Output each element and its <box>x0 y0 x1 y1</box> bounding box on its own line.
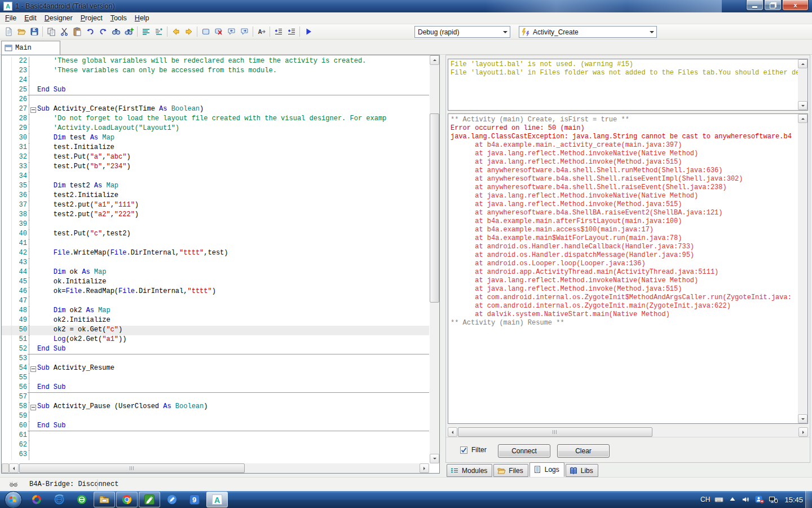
warnings-vertical-scrollbar[interactable] <box>798 59 807 110</box>
restore-button[interactable] <box>764 0 782 11</box>
tab-modules[interactable]: Modules <box>447 464 492 477</box>
code-line[interactable]: 42 File.WriteMap(File.DirInternal,"tttt"… <box>2 249 429 259</box>
find-button[interactable] <box>109 25 122 38</box>
code-line[interactable]: 31 test.Initialize <box>2 143 429 153</box>
code-line[interactable]: 26 <box>2 95 429 105</box>
browser-green-button[interactable] <box>71 492 92 507</box>
dropdown-button[interactable] <box>500 27 510 37</box>
redo-button[interactable] <box>96 25 109 38</box>
autocomplete-button[interactable]: A <box>255 25 268 38</box>
scroll-thumb[interactable] <box>19 463 245 473</box>
scroll-up-button[interactable] <box>798 114 807 123</box>
code-line[interactable]: 35 Dim test2 As Map <box>2 182 429 191</box>
scroll-left-button[interactable] <box>9 463 19 473</box>
code-line[interactable]: 57 <box>2 393 429 402</box>
code-line[interactable]: 53 <box>2 354 429 364</box>
indent-button[interactable] <box>285 25 298 38</box>
menu-file[interactable]: File <box>1 13 20 23</box>
code-line[interactable]: 38 test2.put("a2","222") <box>2 211 429 220</box>
code-line[interactable]: 55 <box>2 374 429 383</box>
messenger-icon[interactable] <box>755 495 764 504</box>
fold-collapse-icon[interactable] <box>30 107 36 113</box>
app-9-button[interactable]: 9 <box>184 492 205 507</box>
undo-button[interactable] <box>83 25 96 38</box>
scroll-thumb[interactable] <box>430 113 439 303</box>
paste-button[interactable] <box>70 25 83 38</box>
code-line[interactable]: 36 test2.Initialize <box>2 191 429 201</box>
editor-vertical-scrollbar[interactable] <box>430 55 439 463</box>
code-line[interactable]: 48 Dim ok2 As Map <box>2 306 429 316</box>
compiler-warnings-box[interactable]: File 'layout1.bal' is not used. (warning… <box>448 59 808 111</box>
code-line[interactable]: 43 <box>2 259 429 268</box>
notepad-green-button[interactable] <box>139 492 160 507</box>
network-icon[interactable] <box>769 495 778 504</box>
tab-main[interactable]: Main <box>1 41 60 55</box>
code-line[interactable]: 37 test2.put("a1","111") <box>2 201 429 211</box>
filter-checkbox[interactable] <box>460 446 467 454</box>
volume-icon[interactable] <box>742 495 751 504</box>
code-line[interactable]: 63 <box>2 450 429 460</box>
scroll-thumb[interactable] <box>458 427 652 437</box>
code-line[interactable]: 61 <box>2 431 429 441</box>
code-line[interactable]: 49 ok2.Initialize <box>2 316 429 326</box>
scroll-down-button[interactable] <box>798 101 807 110</box>
browser-360-button[interactable] <box>26 492 47 507</box>
code-line[interactable]: 60End Sub <box>2 422 429 431</box>
code-line[interactable]: 27Sub Activity_Create(FirstTime As Boole… <box>2 105 429 115</box>
code-line[interactable]: 45 ok.Initialize <box>2 278 429 287</box>
sub-navigation-dropdown[interactable]: Activity_Create <box>519 26 657 38</box>
format-list-button[interactable] <box>139 25 152 38</box>
code-line[interactable]: 29 'Activity.LoadLayout("Layout1") <box>2 124 429 134</box>
bookmark-remove-button[interactable] <box>212 25 225 38</box>
code-line[interactable]: 52End Sub <box>2 345 429 354</box>
code-line[interactable]: 33 test.Put("b","234") <box>2 163 429 172</box>
tab-logs[interactable]: Logs <box>529 462 564 477</box>
build-configuration-dropdown[interactable]: Debug (rapid) <box>414 26 510 38</box>
menu-help[interactable]: Help <box>131 13 153 23</box>
tab-libs[interactable]: Libs <box>566 464 598 477</box>
format-list2-button[interactable] <box>152 25 165 38</box>
chrome-button[interactable] <box>116 492 138 507</box>
menu-edit[interactable]: Edit <box>20 13 41 23</box>
pencil-app-button[interactable] <box>161 492 183 507</box>
code-line[interactable]: 34 <box>2 172 429 182</box>
keyboard-icon[interactable] <box>714 495 723 504</box>
code-editor[interactable]: 22 'These global variables will be redec… <box>1 55 440 474</box>
scroll-right-button[interactable] <box>420 463 429 473</box>
code-line[interactable]: 25End Sub <box>2 86 429 95</box>
code-line[interactable]: 39 <box>2 220 429 230</box>
scroll-down-button[interactable] <box>430 454 439 463</box>
connect-button[interactable]: Connect <box>498 444 550 458</box>
code-line[interactable]: 44 Dim ok As Map <box>2 268 429 278</box>
menu-designer[interactable]: Designer <box>41 13 77 23</box>
scroll-down-button[interactable] <box>798 414 807 423</box>
outdent-button[interactable] <box>272 25 285 38</box>
code-line[interactable]: 59 <box>2 412 429 422</box>
bookmark-button[interactable] <box>199 25 212 38</box>
code-line[interactable]: 23 'These variables can only be accessed… <box>2 67 429 76</box>
comment-button[interactable] <box>225 25 238 38</box>
input-language-indicator[interactable]: CH <box>700 496 710 503</box>
code-line[interactable]: 30 Dim test As Map <box>2 134 429 143</box>
log-vertical-scrollbar[interactable] <box>798 114 807 423</box>
log-horizontal-scrollbar[interactable] <box>448 427 808 437</box>
code-line[interactable]: 22 'These global variables will be redec… <box>2 57 429 67</box>
forward-button[interactable] <box>182 25 195 38</box>
windows-explorer-button[interactable] <box>94 492 115 507</box>
clear-button[interactable]: Clear <box>557 444 610 458</box>
code-line[interactable]: 51 Log(ok2.Get("a1")) <box>2 335 429 345</box>
internet-explorer-button[interactable] <box>48 492 70 507</box>
start-button[interactable] <box>3 491 23 508</box>
code-line[interactable]: 58Sub Activity_Pause (UserClosed As Bool… <box>2 402 429 412</box>
fold-collapse-icon[interactable] <box>30 366 36 372</box>
code-line[interactable]: 28 'Do not forget to load the layout fil… <box>2 115 429 124</box>
code-line[interactable]: 50 ok2 = ok.Get("c") <box>2 326 429 335</box>
scroll-right-button[interactable] <box>798 427 808 437</box>
copy-button[interactable] <box>45 25 58 38</box>
code-line[interactable]: 32 test.Put("a","abc") <box>2 153 429 163</box>
new-file-button[interactable] <box>2 25 15 38</box>
show-desktop-button[interactable] <box>805 491 812 508</box>
scroll-left-button[interactable] <box>448 427 457 437</box>
clock[interactable]: 15:45 <box>784 496 803 504</box>
code-line[interactable]: 24 <box>2 76 429 86</box>
